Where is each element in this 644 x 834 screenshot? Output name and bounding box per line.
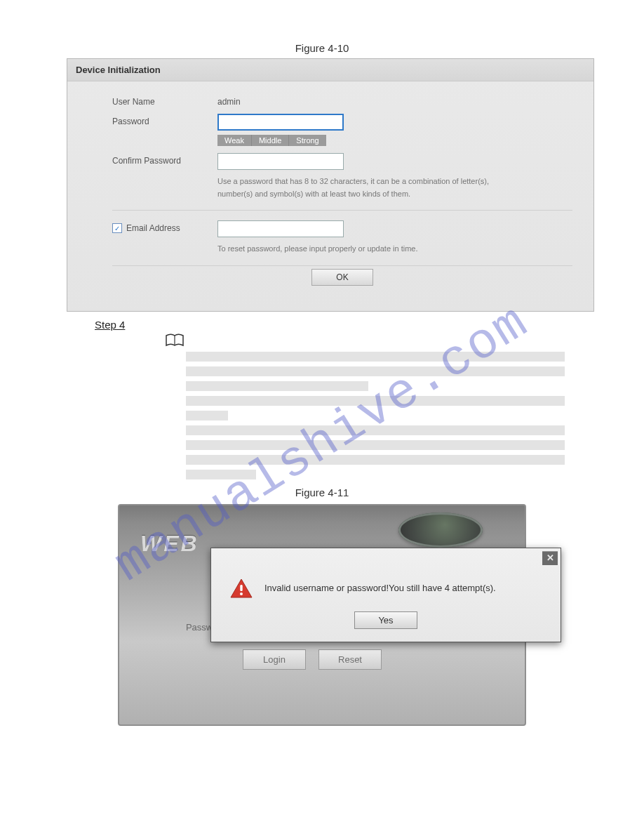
login-panel: WEB Use Password ●●●●●●●● Forgot passwor… — [118, 504, 526, 726]
password-input[interactable] — [217, 114, 344, 131]
login-button[interactable]: Login — [243, 649, 306, 670]
username-value: admin — [217, 94, 572, 107]
confirm-password-label: Confirm Password — [112, 153, 217, 166]
warning-icon — [229, 578, 253, 599]
username-label: User Name — [112, 94, 217, 107]
password-label: Password — [112, 114, 217, 126]
panel-title: Device Initialization — [67, 59, 593, 81]
step4-label: Step 4 — [95, 319, 577, 331]
book-icon — [165, 333, 577, 348]
camera-lens-graphic — [398, 512, 483, 548]
device-init-panel: Device Initialization User Name admin Pa… — [67, 58, 594, 312]
reset-button[interactable]: Reset — [318, 649, 382, 670]
confirm-password-input[interactable] — [217, 153, 344, 170]
divider — [112, 210, 572, 211]
close-icon[interactable]: ✕ — [542, 551, 558, 565]
brand-text: WEB — [140, 531, 199, 557]
ok-button[interactable]: OK — [311, 269, 373, 286]
password-strength-meter: Weak Middle Strong — [217, 135, 572, 146]
strength-strong: Strong — [289, 135, 326, 146]
svg-point-2 — [240, 593, 243, 595]
yes-button[interactable]: Yes — [354, 611, 417, 629]
email-checkbox[interactable]: ✓ — [112, 223, 122, 233]
figure-410-caption: Figure 4-10 — [67, 42, 577, 54]
email-hint: To reset password, please input properly… — [217, 243, 526, 256]
email-input[interactable] — [217, 220, 344, 237]
placeholder-note-block — [186, 352, 577, 479]
strength-middle: Middle — [252, 135, 289, 146]
strength-weak: Weak — [217, 135, 252, 146]
password-hint: Use a password that has 8 to 32 characte… — [217, 176, 526, 200]
email-label: Email Address — [126, 223, 180, 233]
modal-message: Invalid username or password!You still h… — [264, 583, 496, 593]
svg-rect-1 — [240, 585, 242, 591]
figure-411-caption: Figure 4-11 — [67, 486, 577, 498]
error-modal: ✕ Invalid username or password!You still… — [210, 548, 561, 642]
